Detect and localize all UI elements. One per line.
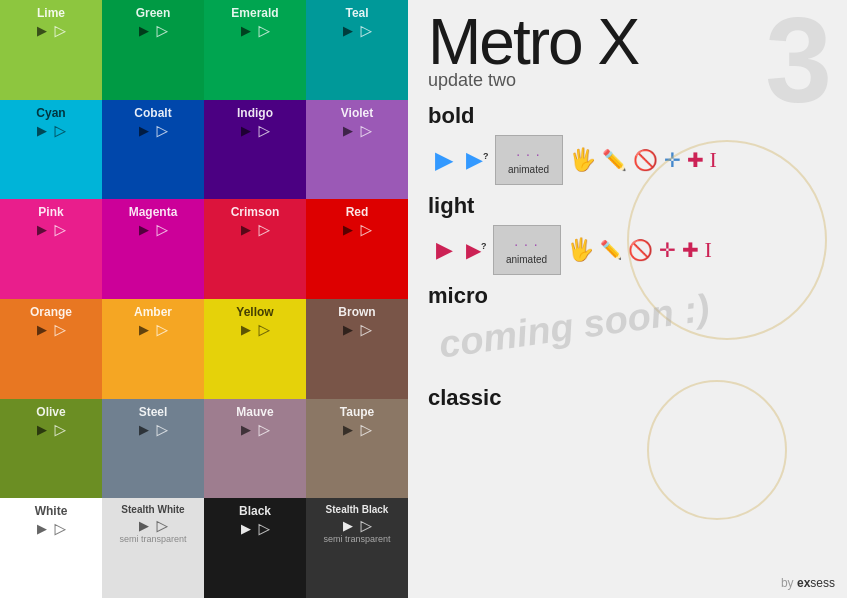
tile-pink[interactable]: Pink ▶ ▶ (0, 199, 102, 299)
tile-teal[interactable]: Teal ▶ ▶ (306, 0, 408, 100)
cursor-outline: ▶ (157, 223, 167, 236)
ex-text: ex (797, 576, 810, 590)
tile-mauve-label: Mauve (236, 405, 273, 419)
tile-cyan[interactable]: Cyan ▶ ▶ (0, 100, 102, 200)
tile-emerald[interactable]: Emerald ▶ ▶ (204, 0, 306, 100)
section-light-label: light (428, 193, 827, 219)
cursor-normal: ▶ (37, 24, 47, 37)
bold-help-cursor: ▶? (466, 147, 489, 173)
cursor-outline: ▶ (157, 24, 167, 37)
bold-ibeam-cursor: I (710, 147, 717, 173)
tile-violet-label: Violet (341, 106, 373, 120)
tile-crimson-label: Crimson (231, 205, 280, 219)
cursor-normal: ▶ (37, 323, 47, 336)
animated-label: animated (508, 164, 549, 175)
tile-yellow-label: Yellow (236, 305, 273, 319)
bold-arrow-cursor: ▶ (428, 144, 460, 176)
light-arrow-cursor: ▶ (428, 234, 460, 266)
tile-teal-label: Teal (345, 6, 368, 20)
right-panel: Metro X 3 update two bold ▶ ▶? · · · ani… (408, 0, 847, 598)
tile-emerald-label: Emerald (231, 6, 278, 20)
tile-black-label: Black (239, 504, 271, 518)
light-animated-box: · · · animated (493, 225, 561, 275)
tile-cobalt[interactable]: Cobalt ▶ ▶ (102, 100, 204, 200)
cursor-normal: ▶ (241, 223, 251, 236)
cursor-outline: ▶ (55, 323, 65, 336)
tile-red[interactable]: Red ▶ ▶ (306, 199, 408, 299)
tile-black[interactable]: Black ▶ ▶ (204, 498, 306, 598)
cursor-normal: ▶ (343, 323, 353, 336)
tile-magenta-label: Magenta (129, 205, 178, 219)
cursor-normal: ▶ (37, 423, 47, 436)
cursor-outline: ▶ (259, 223, 269, 236)
cursor-outline: ▶ (55, 124, 65, 137)
coming-soon-area: coming soon :) (428, 315, 827, 375)
cursor-outline: ▶ (259, 423, 269, 436)
cursor-outline: ▶ (259, 323, 269, 336)
tile-steel[interactable]: Steel ▶ ▶ (102, 399, 204, 499)
tile-steel-label: Steel (139, 405, 168, 419)
color-tile-grid: Lime ▶ ▶ Green ▶ ▶ Emerald ▶ ▶ Teal ▶ ▶ … (0, 0, 408, 598)
cursor-outline: ▶ (361, 519, 371, 532)
tile-amber[interactable]: Amber ▶ ▶ (102, 299, 204, 399)
tile-orange[interactable]: Orange ▶ ▶ (0, 299, 102, 399)
cursor-outline: ▶ (259, 24, 269, 37)
tile-indigo[interactable]: Indigo ▶ ▶ (204, 100, 306, 200)
bold-hand-cursor: 🖐 (569, 147, 596, 173)
tile-white-label: White (35, 504, 68, 518)
cursor-outline: ▶ (361, 323, 371, 336)
tile-crimson[interactable]: Crimson ▶ ▶ (204, 199, 306, 299)
tile-amber-label: Amber (134, 305, 172, 319)
cursor-outline: ▶ (259, 124, 269, 137)
tile-green[interactable]: Green ▶ ▶ (102, 0, 204, 100)
tile-olive-label: Olive (36, 405, 65, 419)
tile-taupe[interactable]: Taupe ▶ ▶ (306, 399, 408, 499)
tile-violet[interactable]: Violet ▶ ▶ (306, 100, 408, 200)
footer-credit: by exsess (781, 576, 835, 590)
tile-stealth-black[interactable]: Stealth Black ▶ ▶ semi transparent (306, 498, 408, 598)
cursor-normal: ▶ (241, 522, 251, 535)
animated-dots: · · · (516, 146, 540, 162)
cursor-outline: ▶ (55, 24, 65, 37)
bold-cross-cursor: ✚ (687, 148, 704, 172)
cursor-normal: ▶ (139, 24, 149, 37)
cursor-outline: ▶ (361, 24, 371, 37)
cursor-outline: ▶ (157, 124, 167, 137)
cursor-normal: ▶ (343, 124, 353, 137)
cursor-outline: ▶ (157, 323, 167, 336)
bold-move-cursor: ✛ (664, 148, 681, 172)
tile-taupe-label: Taupe (340, 405, 374, 419)
cursor-outline: ▶ (361, 223, 371, 236)
tile-pink-label: Pink (38, 205, 63, 219)
cursor-outline: ▶ (55, 423, 65, 436)
animated-dots-light: · · · (514, 236, 538, 252)
tile-yellow[interactable]: Yellow ▶ ▶ (204, 299, 306, 399)
cursor-normal: ▶ (37, 124, 47, 137)
light-no-cursor: 🚫 (628, 238, 653, 262)
cursor-outline: ▶ (157, 423, 167, 436)
tile-cyan-label: Cyan (36, 106, 65, 120)
cursor-outline: ▶ (259, 522, 269, 535)
tile-brown[interactable]: Brown ▶ ▶ (306, 299, 408, 399)
tile-mauve[interactable]: Mauve ▶ ▶ (204, 399, 306, 499)
tile-red-label: Red (346, 205, 369, 219)
tile-olive[interactable]: Olive ▶ ▶ (0, 399, 102, 499)
bold-pen-cursor: ✏️ (602, 148, 627, 172)
cursor-normal: ▶ (139, 519, 149, 532)
tile-stealth-white-label: Stealth White (121, 504, 184, 515)
animated-label-light: animated (506, 254, 547, 265)
light-help-cursor: ▶? (466, 238, 487, 262)
tile-magenta[interactable]: Magenta ▶ ▶ (102, 199, 204, 299)
tile-stealth-white[interactable]: Stealth White ▶ ▶ semi transparent (102, 498, 204, 598)
cursor-normal: ▶ (241, 323, 251, 336)
light-move-cursor: ✛ (659, 238, 676, 262)
cursor-normal: ▶ (139, 124, 149, 137)
cursor-normal: ▶ (37, 522, 47, 535)
tile-white[interactable]: White ▶ ▶ (0, 498, 102, 598)
cursor-normal: ▶ (343, 24, 353, 37)
cursor-normal: ▶ (241, 124, 251, 137)
tile-lime[interactable]: Lime ▶ ▶ (0, 0, 102, 100)
cursor-outline: ▶ (361, 124, 371, 137)
tile-orange-label: Orange (30, 305, 72, 319)
cursor-outline: ▶ (55, 223, 65, 236)
